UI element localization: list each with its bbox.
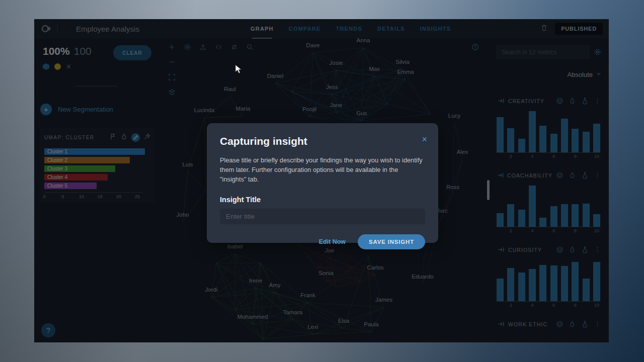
close-icon[interactable]: ×: [422, 134, 427, 145]
save-insight-button[interactable]: SAVE INSIGHT: [358, 234, 425, 249]
insight-title-label: Insight Title: [220, 196, 425, 204]
capturing-insight-modal: Capturing insight × Please title or brie…: [207, 123, 438, 243]
mouse-cursor: [235, 64, 243, 74]
insight-title-input[interactable]: [220, 209, 425, 224]
edit-now-link[interactable]: Edit Now: [319, 238, 346, 245]
app-window: Employee Analysis GRAPHCOMPARETRENDSDETA…: [34, 19, 609, 342]
modal-title: Capturing insight: [220, 135, 425, 147]
modal-description: Please title or briefly describe your fi…: [220, 155, 425, 185]
